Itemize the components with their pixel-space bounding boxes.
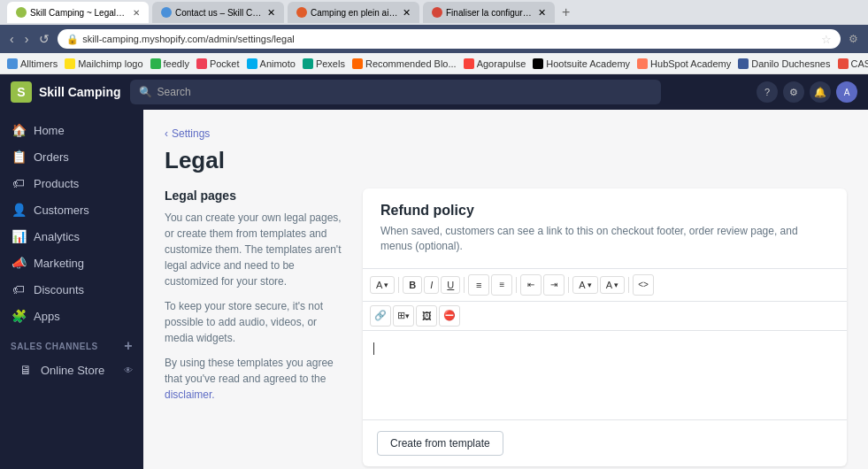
tab-close-btn[interactable]: ✕ [133,8,140,18]
bookmark-icon [247,58,257,69]
sidebar-item-analytics[interactable]: 📊 Analytics [0,223,143,250]
bookmark-label: Mailchimp logo [78,58,142,69]
bookmark-label: Agorapulse [477,58,526,69]
active-tab[interactable]: Skill Camping ~ Legal ~ Shopify ✕ [7,2,149,23]
bookmark-icon [352,58,363,69]
inactive-tab-4[interactable]: Finaliser la configuration de vot... ✕ [423,2,555,23]
sidebar-item-discounts-label: Discounts [34,283,84,296]
rte-separator-1 [398,277,399,293]
products-icon: 🏷 [11,176,27,190]
rte-bold-btn[interactable]: B [403,276,422,294]
bookmark-feedly[interactable]: feedly [150,58,189,69]
rte-table-btn[interactable]: ⊞ ▾ [393,305,414,327]
tab-2-close-btn[interactable]: ✕ [267,7,275,19]
bookmark-animoto[interactable]: Animoto [247,58,296,69]
rte-video-btn[interactable]: ⛔ [439,305,460,327]
bookmark-label: feedly [164,58,189,69]
rte-source-btn[interactable]: <> [633,274,654,296]
inactive-tab-3[interactable]: Camping en plein air batterie de... ✕ [288,2,419,23]
legal-description-1: You can create your own legal pages, or … [165,210,342,289]
page-title: Legal [165,147,847,174]
sidebar-item-products[interactable]: 🏷 Products [0,170,143,196]
rte-underline-btn[interactable]: U [441,276,460,294]
bookmark-alltimers[interactable]: Alltimers [7,58,58,69]
add-sales-channel-btn[interactable]: + [124,338,133,354]
rte-separator-3 [516,277,517,293]
browser-tabs-bar: Skill Camping ~ Legal ~ Shopify ✕ Contac… [0,0,868,25]
sidebar-item-apps[interactable]: 🧩 Apps [0,303,143,329]
active-tab-label: Skill Camping ~ Legal ~ Shopify [30,8,126,18]
sidebar-item-discounts[interactable]: 🏷 Discounts [0,276,143,303]
rte-unordered-list-btn[interactable]: ≡ [468,274,489,296]
rte-image-btn[interactable]: 🖼 [416,305,437,327]
home-icon: 🏠 [11,123,27,137]
tab-3-close-btn[interactable]: ✕ [403,7,411,19]
sidebar-item-home-label: Home [34,124,65,137]
topbar-icon-2[interactable]: ⚙ [783,81,804,103]
bookmark-label: Hootsuite Academy [546,58,630,69]
url-bar[interactable]: 🔒 skill-camping.myshopify.com/admin/sett… [58,29,841,49]
disclaimer-link[interactable]: disclaimer. [165,388,215,401]
bookmark-hubspot[interactable]: HubSpot Academy [637,58,731,69]
forward-btn[interactable]: › [22,32,32,46]
rte-indent-left-btn[interactable]: ⇤ [520,274,542,296]
search-placeholder: Search [157,86,191,98]
shopify-search-bar[interactable]: 🔍 Search [130,80,661,104]
bookmark-icon [7,58,18,69]
sidebar-item-online-store[interactable]: 🖥 Online Store 👁 [0,358,143,382]
rte-content-area[interactable] [363,331,847,419]
rte-ordered-list-btn[interactable]: ≡ [491,274,512,296]
sidebar-item-marketing[interactable]: 📣 Marketing [0,250,143,276]
inactive-tab-2[interactable]: Contact us – Skill Camping ✕ [152,2,284,23]
tab-4-close-btn[interactable]: ✕ [538,7,546,19]
rte-format-a-btn[interactable]: A ▾ [370,276,395,294]
bookmark-icon [196,58,207,69]
bookmark-label: Alltimers [20,58,58,69]
bookmark-label: CASHU [851,58,869,69]
topbar-icon-avatar[interactable]: A [836,81,857,103]
bookmark-pocket[interactable]: Pocket [196,58,240,69]
bookmark-cashu[interactable]: CASHU [838,58,869,69]
back-to-settings-link[interactable]: ‹ Settings [165,127,847,140]
refresh-btn[interactable]: ↺ [36,32,52,46]
apps-icon: 🧩 [11,309,27,323]
bookmark-pexels[interactable]: Pexels [303,58,345,69]
sidebar-item-marketing-label: Marketing [34,257,84,270]
rte-indent-right-btn[interactable]: ⇥ [543,274,565,296]
sidebar-item-online-store-label: Online Store [41,364,104,377]
sidebar-item-customers[interactable]: 👤 Customers [0,196,143,223]
bookmark-label: Danilo Duchesnes [751,58,830,69]
shopify-logo-icon: S [11,81,32,103]
topbar-icon-1[interactable]: ? [757,81,778,103]
online-store-left: 🖥 Online Store [18,363,104,377]
bookmark-agorapulse[interactable]: Agorapulse [464,58,526,69]
rte-link-btn[interactable]: 🔗 [370,305,391,327]
sidebar-item-apps-label: Apps [34,310,60,323]
sidebar-item-orders[interactable]: 📋 Orders [0,143,143,170]
topbar-icon-3[interactable]: 🔔 [810,81,831,103]
topbar-icons: ? ⚙ 🔔 A [757,81,857,103]
tab-favicon-gmail [432,7,442,18]
bookmark-star-icon[interactable]: ☆ [821,33,832,46]
new-tab-btn[interactable]: + [558,4,573,20]
rte-align-btn[interactable]: A ▾ [572,276,597,294]
navigation-bar: ‹ › ↺ 🔒 skill-camping.myshopify.com/admi… [0,25,868,53]
create-from-template-btn[interactable]: Create from template [377,431,503,456]
bookmark-mailchimp[interactable]: Mailchimp logo [65,58,142,69]
bookmark-hootsuite[interactable]: Hootsuite Academy [533,58,630,69]
online-store-icon: 🖥 [18,363,34,377]
bookmarks-bar: Alltimers Mailchimp logo feedly Pocket A… [0,53,868,74]
bookmark-danilo[interactable]: Danilo Duchesnes [738,58,830,69]
back-btn[interactable]: ‹ [7,32,17,46]
policy-card-header: Refund policy When saved, customers can … [363,188,847,269]
sidebar-item-home[interactable]: 🏠 Home [0,117,143,143]
bookmark-recommended[interactable]: Recommended Blo... [352,58,457,69]
shopify-logo-area[interactable]: S Skill Camping [11,81,121,103]
refund-policy-description: When saved, customers can see a link to … [380,224,829,254]
bookmark-label: Pocket [210,58,240,69]
rte-color-btn[interactable]: A ▾ [600,276,625,294]
rte-italic-btn[interactable]: I [424,276,439,294]
bookmark-label: Pexels [316,58,345,69]
inactive-tab-2-label: Contact us – Skill Camping [175,8,264,18]
extensions-icon[interactable]: ⚙ [846,33,861,45]
